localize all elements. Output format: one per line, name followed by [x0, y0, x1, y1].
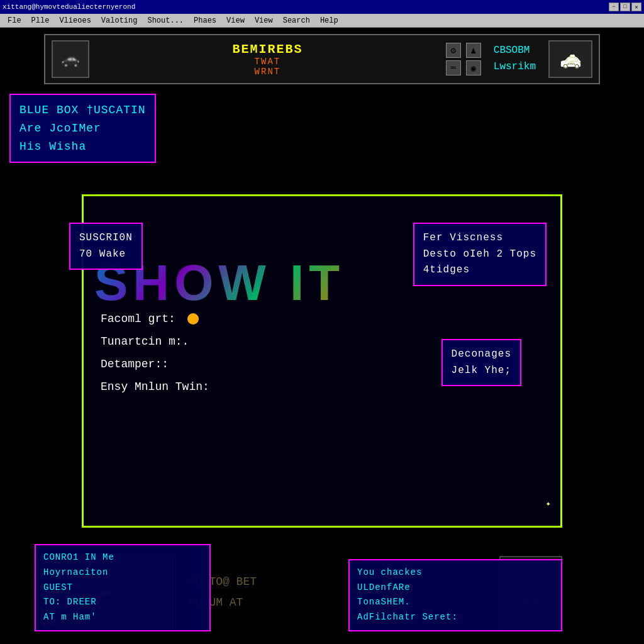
panel-star: ✦ — [546, 498, 551, 509]
hud-title2: TWAT — [102, 57, 433, 67]
menu-phaes[interactable]: Phaes — [189, 15, 221, 26]
hud-right-icon — [548, 40, 592, 78]
menu-help[interactable]: Help — [315, 15, 343, 26]
title-bar: xittang@hymovtedualiecternyerond − □ ✕ — [0, 0, 644, 14]
tunartcin: Tunartcin m:. — [101, 330, 209, 353]
detamper: Detamper:: — [101, 353, 209, 375]
bottom-right-box: You chackes ULDenfARe TonaSHEM. AdFilcha… — [348, 559, 562, 631]
control-line5: AT m Ham' — [43, 610, 202, 625]
bottom-right-line2: ULDenfARe — [357, 580, 553, 596]
minimize-button[interactable]: − — [609, 3, 619, 11]
fer-viscness-box: Fer Viscness Desto oIeh 2 Tops 4tidges — [413, 223, 547, 286]
control-line3: GUEST — [43, 580, 202, 596]
menu-vlieoes[interactable]: Vlieoes — [54, 15, 96, 26]
blue-box-line1: BLUE BOX †USCATIN — [19, 101, 146, 119]
game-area: BEMIREBS TWAT WRNT ⚙ ♟ ═ ◉ CBSOBM Lwsrik… — [0, 28, 644, 644]
hud-title1: BEMIREBS — [102, 42, 433, 57]
blue-box-line2: Are JcoIMer — [19, 119, 146, 138]
hud-icon-row2: ═ ◉ — [446, 60, 481, 75]
menu-search[interactable]: Search — [278, 15, 315, 26]
control-box: CONRO1 IN Me Hoyrnaciton GUEST TO: DREER… — [35, 544, 211, 631]
maximize-button[interactable]: □ — [620, 3, 630, 11]
suscription-line2: 70 Wake — [79, 247, 133, 263]
ensy: Ensy Mnlun Twin: — [101, 375, 209, 398]
menu-plle[interactable]: Plle — [26, 15, 55, 26]
pixel-icon-4: ◉ — [466, 60, 481, 75]
suscription-line1: SUSCRI0N — [79, 230, 133, 247]
hud-right-text1: CBSOBM — [494, 43, 536, 59]
fer-viscness-line3: 4tidges — [423, 262, 536, 279]
control-line4: TO: DREER — [43, 595, 202, 610]
menu-view2[interactable]: View — [250, 15, 278, 26]
blue-box-line3: His Wisha — [19, 138, 146, 156]
suscription-box: SUSCRI0N 70 Wake — [69, 223, 143, 270]
menu-valoting[interactable]: Valoting — [96, 15, 143, 26]
window-controls: − □ ✕ — [609, 3, 641, 11]
menu-view1[interactable]: View — [221, 15, 250, 26]
hud-icons: ⚙ ♟ ═ ◉ — [446, 43, 481, 75]
facoml-grt: Facoml grt: — [101, 308, 209, 330]
hud-bar: BEMIREBS TWAT WRNT ⚙ ♟ ═ ◉ CBSOBM Lwsrik… — [44, 34, 600, 84]
pixel-icon-3: ═ — [446, 60, 461, 75]
control-line2: Hoyrnaciton — [43, 565, 202, 580]
menu-shout[interactable]: Shout... — [142, 15, 189, 26]
window-title: xittang@hymovtedualiecternyerond — [3, 3, 135, 11]
deconages-line2: Jelk Yhe; — [452, 363, 511, 379]
hud-icon-row1: ⚙ ♟ — [446, 43, 481, 58]
fer-viscness-line1: Fer Viscness — [423, 230, 536, 247]
menu-bar: Fle Plle Vlieoes Valoting Shout... Phaes… — [0, 14, 644, 28]
fer-viscness-line2: Desto oIeh 2 Tops — [423, 247, 536, 263]
pixel-icon-1: ⚙ — [446, 43, 461, 58]
blue-box-top: BLUE BOX †USCATIN Are JcoIMer His Wisha — [9, 94, 156, 163]
panel-content: Facoml grt: Tunartcin m:. Detamper:: Ens… — [101, 308, 209, 398]
hud-center: BEMIREBS TWAT WRNT — [102, 42, 433, 77]
hud-title3: WRNT — [102, 67, 433, 77]
bottom-right-line3: TonaSHEM. — [357, 595, 553, 610]
deconages-line1: Deconages — [452, 347, 511, 363]
hud-right-text: CBSOBM Lwsrikm — [494, 43, 536, 75]
deconages-box: Deconages Jelk Yhe; — [441, 339, 521, 386]
menu-fle[interactable]: Fle — [3, 15, 26, 26]
hud-left-icon — [52, 40, 89, 78]
facoml-dot — [187, 313, 199, 325]
control-line1: CONRO1 IN Me — [43, 550, 202, 565]
bottom-right-line1: You chackes — [357, 565, 553, 580]
bottom-right-line4: AdFilchatr Seret: — [357, 610, 553, 625]
pixel-icon-2: ♟ — [466, 43, 481, 58]
close-button[interactable]: ✕ — [631, 3, 641, 11]
hud-right-text2: Lwsrikm — [494, 59, 536, 75]
